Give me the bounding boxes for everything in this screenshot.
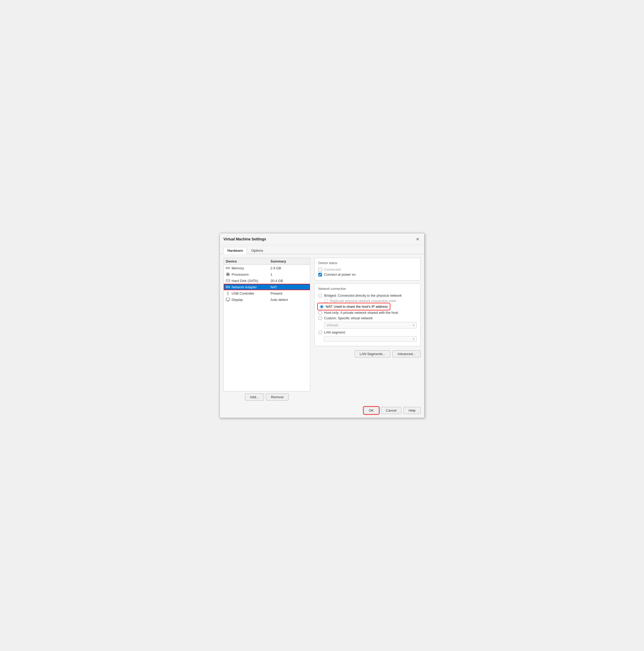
right-panel: Device status Connected Connect at power…	[310, 258, 421, 401]
network-icon	[226, 285, 230, 289]
device-row-processors[interactable]: Processors 1	[224, 271, 310, 278]
network-adapter-summary: NAT	[270, 285, 308, 289]
usb-controller-device-label: USB Controller	[232, 291, 254, 296]
device-row-hard-disk[interactable]: Hard Disk (SATA) 20.4 GB	[224, 278, 310, 284]
lan-segment-dropdown[interactable]: ▾	[324, 336, 417, 342]
usb-icon	[226, 291, 230, 296]
usb-controller-summary: Present	[270, 291, 308, 296]
vmnet-dropdown-value: VMnet0	[326, 323, 338, 327]
remove-button[interactable]: Remove	[266, 394, 289, 401]
action-buttons: LAN Segments... Advanced...	[314, 350, 421, 358]
connect-power-row: Connect at power on	[318, 272, 417, 277]
bottom-buttons: OK Cancel Help	[220, 404, 424, 418]
memory-summary: 2.9 GB	[270, 266, 308, 270]
dialog-body: Device Summary Memory 2.9 GB	[220, 254, 424, 404]
svg-rect-1	[227, 268, 227, 268]
svg-rect-26	[226, 298, 230, 301]
ok-button[interactable]: OK	[364, 407, 379, 414]
processors-summary: 1	[270, 273, 308, 276]
svg-point-16	[229, 280, 229, 281]
advanced-button[interactable]: Advanced...	[392, 350, 421, 358]
host-only-radio-row: Host-only: A private network shared with…	[318, 310, 417, 315]
network-connection-section: Network connection Bridged: Connected di…	[314, 283, 421, 346]
col-device-header: Device	[226, 259, 270, 263]
col-summary-header: Summary	[270, 259, 308, 263]
custom-radio-row: Custom: Specific virtual network	[318, 315, 417, 321]
connected-checkbox[interactable]	[318, 268, 322, 272]
left-buttons: Add... Remove	[223, 394, 310, 401]
bridged-label: Bridged: Connected directly to the physi…	[324, 293, 402, 298]
nat-radio[interactable]	[320, 305, 324, 309]
connected-row: Connected	[318, 267, 417, 272]
tab-hardware[interactable]: Hardware	[223, 247, 247, 254]
vmnet-dropdown[interactable]: VMnet0 ▾	[324, 322, 417, 329]
svg-point-25	[228, 294, 228, 295]
replicate-row: Replicate physical network connection st…	[318, 298, 417, 303]
cpu-icon	[226, 272, 230, 276]
lan-segment-radio[interactable]	[318, 331, 322, 334]
network-adapter-device-label: Network Adapter	[232, 285, 257, 289]
cancel-button[interactable]: Cancel	[381, 407, 401, 414]
tab-bar: Hardware Options	[220, 245, 424, 254]
lan-segments-button[interactable]: LAN Segments...	[355, 350, 390, 358]
vmnet-dropdown-container: VMnet0 ▾	[318, 322, 417, 329]
bridged-radio-row: Bridged: Connected directly to the physi…	[318, 293, 417, 298]
device-row-network-adapter[interactable]: Network Adapter NAT	[224, 284, 310, 290]
left-panel: Device Summary Memory 2.9 GB	[223, 258, 310, 401]
svg-rect-6	[227, 274, 229, 275]
replicate-label: Replicate physical network connection st…	[330, 299, 396, 303]
device-table-header: Device Summary	[224, 258, 310, 265]
lan-segment-label: LAN segment:	[324, 330, 346, 334]
tab-options[interactable]: Options	[247, 247, 267, 254]
host-only-label: Host-only: A private network shared with…	[324, 311, 398, 315]
device-table-body: Memory 2.9 GB Processors 1	[224, 265, 310, 391]
network-connection-title: Network connection	[318, 287, 417, 291]
display-summary: Auto detect	[270, 298, 308, 302]
help-button[interactable]: Help	[404, 407, 421, 414]
vmnet-chevron-icon: ▾	[413, 324, 414, 327]
custom-label: Custom: Specific virtual network	[324, 316, 373, 320]
title-bar: Virtual Machine Settings ✕	[220, 233, 424, 245]
custom-radio[interactable]	[318, 316, 322, 320]
connect-power-checkbox[interactable]	[318, 273, 322, 276]
device-status-section: Device status Connected Connect at power…	[314, 258, 421, 280]
hard-disk-device-label: Hard Disk (SATA)	[232, 279, 258, 283]
close-button[interactable]: ✕	[414, 236, 421, 242]
device-row-usb-controller[interactable]: USB Controller Present	[224, 290, 310, 297]
hard-disk-summary: 20.4 GB	[270, 279, 308, 283]
replicate-checkbox[interactable]	[324, 299, 328, 303]
add-button[interactable]: Add...	[245, 394, 264, 401]
nat-radio-row: NAT: Used to share the host's IP address	[318, 304, 389, 309]
device-row-memory[interactable]: Memory 2.9 GB	[224, 265, 310, 271]
lan-segment-chevron-icon: ▾	[413, 338, 414, 340]
nat-label: NAT: Used to share the host's IP address	[326, 305, 388, 309]
bridged-radio[interactable]	[318, 294, 322, 298]
dialog-title: Virtual Machine Settings	[223, 237, 266, 241]
processors-device-label: Processors	[232, 273, 249, 276]
lan-segment-dropdown-container: ▾	[318, 336, 417, 342]
device-table: Device Summary Memory 2.9 GB	[223, 258, 310, 392]
device-row-display[interactable]: Display Auto detect	[224, 297, 310, 303]
virtual-machine-settings-dialog: Virtual Machine Settings ✕ Hardware Opti…	[220, 233, 424, 418]
host-only-radio[interactable]	[318, 311, 322, 315]
device-status-title: Device status	[318, 261, 417, 265]
connected-label: Connected	[324, 268, 341, 272]
memory-device-label: Memory	[232, 266, 244, 270]
memory-icon	[226, 266, 230, 270]
connect-power-label: Connect at power on	[324, 273, 356, 276]
display-icon	[226, 298, 230, 302]
disk-icon	[226, 279, 230, 283]
svg-rect-2	[227, 268, 228, 268]
lan-segment-radio-row: LAN segment:	[318, 330, 417, 335]
svg-rect-4	[229, 268, 229, 268]
svg-rect-3	[228, 268, 228, 268]
display-device-label: Display	[232, 298, 243, 302]
